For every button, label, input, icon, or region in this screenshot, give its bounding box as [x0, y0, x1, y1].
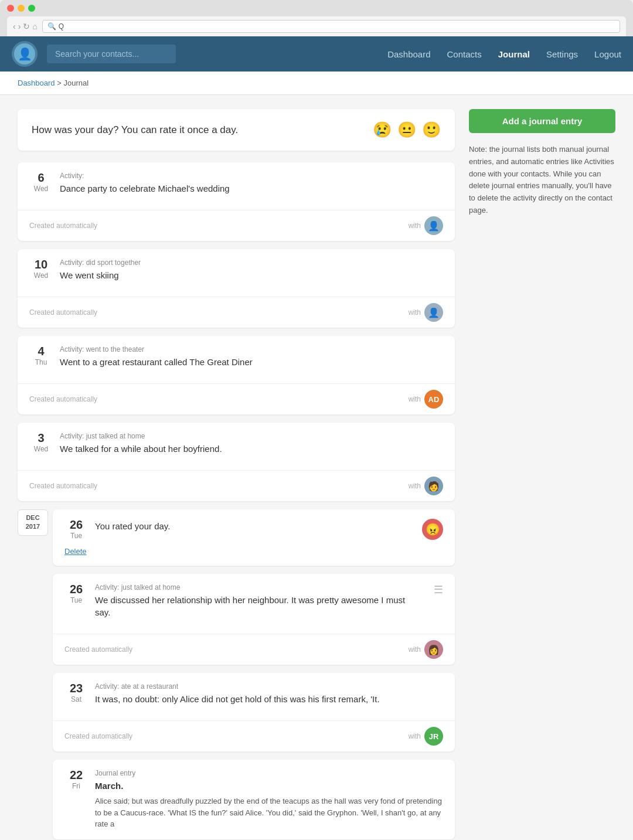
entry-date-num: 6	[29, 172, 53, 183]
entry-activity: Activity:	[60, 172, 443, 180]
forward-icon[interactable]: ›	[18, 22, 21, 31]
avatar-1: 👤	[424, 216, 443, 235]
breadcrumb-current: Journal	[63, 79, 89, 87]
reload-icon[interactable]: ↻	[23, 22, 30, 31]
lines-icon: ☰	[434, 583, 443, 596]
with-label: with	[409, 222, 421, 230]
app-logo: 👤	[12, 41, 38, 67]
dec-journal-entry-1: 26 Tue Activity: just talked at home We …	[53, 574, 455, 665]
with-label: with	[409, 482, 421, 490]
nav-logout[interactable]: Logout	[594, 49, 621, 59]
entry-date-num: 22	[64, 769, 88, 781]
add-entry-button[interactable]: Add a journal entry	[469, 109, 615, 133]
entry-date-num: 10	[29, 259, 53, 270]
contact-search-input[interactable]	[47, 45, 176, 63]
entry-created: Created automatically	[29, 395, 97, 403]
journal-note: Note: the journal lists both manual jour…	[469, 144, 615, 217]
entry-created: Created automatically	[29, 308, 97, 317]
nav-contacts[interactable]: Contacts	[447, 49, 482, 59]
with-label: with	[409, 732, 421, 740]
rated-text: You rated your day.	[95, 519, 170, 531]
day-rated-card: 26 Tue You rated your day. 😠 Delete	[53, 509, 455, 566]
entry-date-day: Wed	[29, 271, 53, 280]
nav-bar: 👤 Dashboard Contacts Journal Settings Lo…	[0, 36, 633, 72]
entry-date-num: 3	[29, 432, 53, 444]
entry-created: Created automatically	[64, 645, 132, 654]
close-dot[interactable]	[7, 5, 14, 12]
entry-activity: Activity: ate at a restaurant	[95, 682, 443, 691]
nav-journal[interactable]: Journal	[498, 49, 530, 59]
dec-journal-entry-2: 23 Sat Activity: ate at a restaurant It …	[53, 673, 455, 751]
nav-dashboard[interactable]: Dashboard	[387, 49, 430, 59]
logo-icon: 👤	[18, 47, 32, 61]
entry-activity: Activity: did sport together	[60, 259, 443, 267]
rated-date-day: Tue	[64, 532, 88, 540]
minimize-dot[interactable]	[18, 5, 25, 12]
maximize-dot[interactable]	[28, 5, 35, 12]
avatar-6: JR	[424, 727, 443, 746]
entry-title: It was, no doubt: only Alice did not get…	[95, 693, 443, 705]
day-rating-card: How was your day? You can rate it once a…	[18, 109, 455, 151]
journal-entry-3: 4 Thu Activity: went to the theater Went…	[18, 336, 455, 414]
nav-links: Dashboard Contacts Journal Settings Logo…	[387, 49, 621, 59]
journal-entry-1: 6 Wed Activity: Dance party to celebrate…	[18, 162, 455, 241]
entry-activity: Activity: just talked at home	[60, 432, 443, 440]
happy-emoji[interactable]: 🙂	[422, 121, 441, 139]
left-column: How was your day? You can rate it once a…	[18, 109, 455, 840]
entry-title: March.	[95, 780, 443, 792]
avatar-5: 👩	[424, 640, 443, 659]
entry-title: Dance party to celebrate Michael's weddi…	[60, 182, 443, 195]
month-tag: DEC 2017	[18, 509, 48, 536]
with-label: with	[409, 308, 421, 317]
back-icon[interactable]: ‹	[13, 22, 16, 31]
entry-activity: Journal entry	[95, 769, 443, 777]
main-content: How was your day? You can rate it once a…	[0, 95, 633, 840]
with-label: with	[409, 395, 421, 403]
neutral-emoji[interactable]: 😐	[397, 121, 416, 139]
entry-created: Created automatically	[29, 222, 97, 230]
nav-settings[interactable]: Settings	[546, 49, 578, 59]
breadcrumb: Dashboard > Journal	[0, 72, 633, 95]
entry-date-day: Tue	[64, 596, 88, 604]
url-icon: 🔍	[47, 22, 56, 30]
breadcrumb-separator: >	[57, 79, 63, 87]
entry-date-num: 23	[64, 682, 88, 694]
avatar-2: 👤	[424, 303, 443, 322]
with-label: with	[409, 645, 421, 654]
dec-journal-entry-3: 22 Fri Journal entry March. Alice said; …	[53, 760, 455, 839]
day-rating-text: How was your day? You can rate it once a…	[32, 124, 363, 136]
entry-date-day: Wed	[29, 185, 53, 193]
journal-entry-4: 3 Wed Activity: just talked at home We t…	[18, 423, 455, 501]
journal-entry-2: 10 Wed Activity: did sport together We w…	[18, 249, 455, 328]
avatar-3: AD	[424, 390, 443, 409]
entry-body-text: Alice said; but was dreadfully puzzled b…	[95, 795, 443, 830]
delete-entry-link[interactable]: Delete	[64, 547, 87, 556]
entry-title: We went skiing	[60, 269, 443, 281]
entry-created: Created automatically	[29, 482, 97, 490]
rating-emojis: 😢 😐 🙂	[373, 121, 441, 139]
entry-title: We talked for a while about her boyfrien…	[60, 443, 443, 455]
entry-date-day: Wed	[29, 445, 53, 453]
entry-activity: Activity: went to the theater	[60, 345, 443, 353]
rated-date-num: 26	[64, 519, 88, 530]
entry-activity: Activity: just talked at home	[95, 583, 422, 591]
entry-date-day: Sat	[64, 695, 88, 703]
avatar-4: 🧑	[424, 477, 443, 495]
entry-created: Created automatically	[64, 732, 132, 740]
breadcrumb-home[interactable]: Dashboard	[18, 79, 55, 87]
dec2017-entries: 26 Tue You rated your day. 😠 Delete	[53, 509, 455, 840]
entry-title: We discussed her relationship with her n…	[95, 594, 422, 618]
url-bar[interactable]: 🔍 Q	[42, 20, 620, 33]
entry-title: Went to a great restaurant called The Gr…	[60, 356, 443, 368]
entry-date-day: Thu	[29, 358, 53, 366]
month-section-dec2017: DEC 2017 26 Tue You rated your day.	[18, 509, 455, 840]
entry-date-num: 26	[64, 583, 88, 595]
home-icon[interactable]: ⌂	[32, 22, 37, 31]
entry-date-day: Fri	[64, 782, 88, 790]
sad-emoji[interactable]: 😢	[373, 121, 392, 139]
entry-date-num: 4	[29, 345, 53, 357]
day-rated-emoji-icon: 😠	[422, 519, 443, 540]
right-column: Add a journal entry Note: the journal li…	[469, 109, 615, 840]
